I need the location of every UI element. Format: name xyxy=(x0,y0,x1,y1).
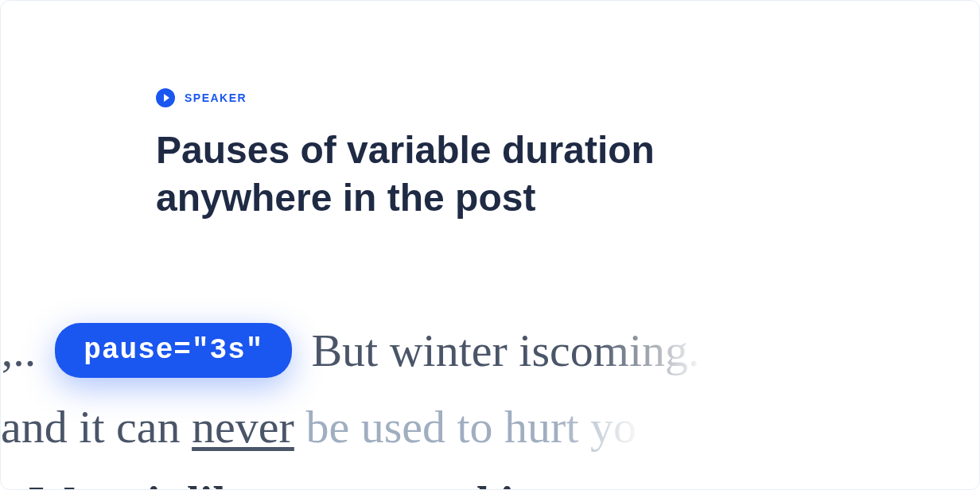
play-circle-icon xyxy=(156,88,175,107)
preview-line-3: ll not. Wear it like armor, and it can xyxy=(0,476,980,490)
brand-label: SPEAKER xyxy=(185,91,247,104)
pause-badge: pause="3s" xyxy=(55,323,292,378)
line1-left-text: r you,.. xyxy=(0,324,36,377)
line2-after-text: be used to xyxy=(294,401,504,453)
line1-right-fade: coming. xyxy=(550,324,699,377)
line2-underlined: never xyxy=(192,401,294,453)
heading-bold: Pauses xyxy=(156,129,290,171)
line3-text: ll not. Wear it like armor, and it can xyxy=(0,476,609,490)
header-section: SPEAKER Pauses of variable duration anyw… xyxy=(1,1,979,222)
line1-right-text: But winter is xyxy=(311,324,550,377)
content-preview: r you,.. pause="3s" But winter is coming… xyxy=(0,323,980,490)
page-heading: Pauses of variable duration anywhere in … xyxy=(156,126,808,222)
preview-line-1: r you,.. pause="3s" But winter is coming… xyxy=(0,323,980,378)
brand-row: SPEAKER xyxy=(156,88,979,107)
line2-fade-text: hurt yo xyxy=(504,401,636,453)
line2-mid-text: and it can xyxy=(1,401,192,453)
preview-line-2: mor, and it can never be used to hurt yo xyxy=(0,400,980,453)
